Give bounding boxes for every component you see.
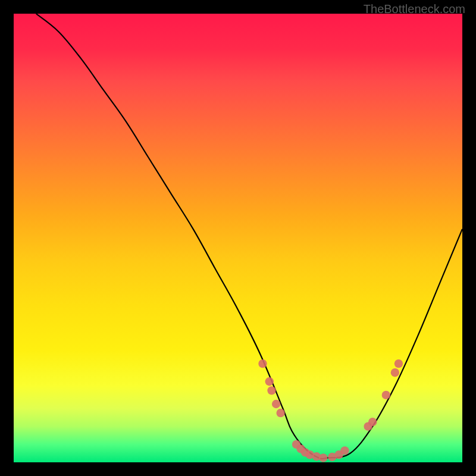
data-point (368, 418, 377, 426)
data-point (272, 400, 280, 408)
data-point (391, 368, 399, 377)
data-point (340, 446, 349, 455)
chart-plot-area (14, 14, 462, 462)
data-point (258, 359, 267, 368)
data-point (382, 391, 390, 399)
data-point (276, 409, 284, 417)
data-point (267, 386, 275, 394)
bottleneck-curve-line (36, 14, 462, 459)
highlight-dots (258, 359, 403, 462)
data-point (394, 359, 403, 368)
data-point (265, 377, 274, 386)
data-point (319, 453, 327, 462)
watermark-text: TheBottleneck.com (364, 2, 465, 16)
chart-svg (14, 14, 462, 462)
